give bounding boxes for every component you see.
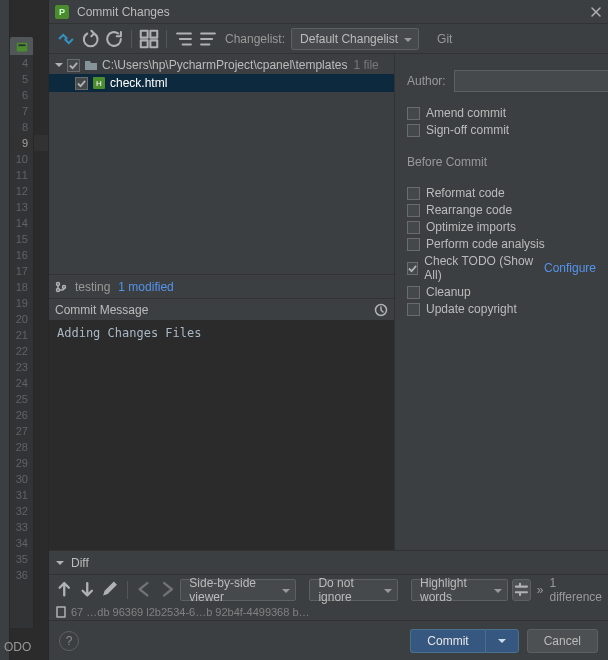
modified-link[interactable]: 1 modified [118,280,173,294]
diff-header[interactable]: Diff [49,550,608,574]
help-button[interactable]: ? [59,631,79,651]
rearrange-checkbox[interactable] [407,204,420,217]
tree-root-label: C:\Users\hp\PycharmProject\cpanel\templa… [102,58,347,72]
edit-icon[interactable] [100,579,119,601]
chevron-down-icon [55,558,65,568]
project-tool-tab[interactable] [10,37,33,57]
close-button[interactable] [590,6,602,18]
line-number: 25 [10,391,33,407]
amend-checkbox[interactable] [407,107,420,120]
line-number: 29 [10,455,33,471]
history-icon[interactable] [374,303,388,317]
changelist-select[interactable]: Default Changelist [291,28,419,50]
app-icon: P [55,5,69,19]
line-number: 36 [10,567,33,583]
changelist-label: Changelist: [225,32,285,46]
group-icon[interactable] [138,28,160,50]
line-number: 24 [10,375,33,391]
highlight-select[interactable]: Highlight words [411,579,508,601]
next-file-icon[interactable] [158,579,177,601]
chevron-down-icon[interactable] [53,59,65,71]
svg-rect-1 [18,44,25,46]
diff-toolbar: Side-by-side viewer Do not ignore Highli… [49,574,608,604]
author-input[interactable] [454,70,608,92]
refresh-icon[interactable] [55,28,77,50]
line-number: 13 [10,199,33,215]
line-number: 7 [10,103,33,119]
line-number: 15 [10,231,33,247]
commit-toolbar: Changelist: Default Changelist Git [49,24,608,54]
file-checkbox[interactable] [75,77,88,90]
signoff-checkbox[interactable] [407,124,420,137]
options-panel: Author: Amend commit Sign-off commit Bef… [395,54,608,550]
line-number: 17 [10,263,33,279]
line-number: 23 [10,359,33,375]
line-number: 31 [10,487,33,503]
line-number: 14 [10,215,33,231]
copyright-checkbox[interactable] [407,303,420,316]
line-number: 26 [10,407,33,423]
line-number: 18 [10,279,33,295]
line-number: 30 [10,471,33,487]
svg-rect-2 [141,30,148,37]
line-number: 9 [10,135,33,151]
line-number: 8 [10,119,33,135]
html-file-icon: H [92,76,106,90]
author-label: Author: [407,74,446,88]
commit-message-header: Commit Message [49,298,394,320]
tree-root-row[interactable]: C:\Users\hp\PycharmProject\cpanel\templa… [49,56,394,74]
configure-link[interactable]: Configure [544,261,596,275]
line-number: 33 [10,519,33,535]
line-number: 16 [10,247,33,263]
cleanup-checkbox[interactable] [407,286,420,299]
signoff-label: Sign-off commit [426,123,509,137]
line-number: 12 [10,183,33,199]
dialog-footer: ? Commit Cancel [49,620,608,660]
line-number: 32 [10,503,33,519]
expand-icon[interactable] [173,28,195,50]
analysis-checkbox[interactable] [407,238,420,251]
svg-rect-5 [150,40,157,47]
todo-checkbox[interactable] [407,262,418,275]
line-number: 10 [10,151,33,167]
svg-rect-3 [150,30,157,37]
commit-button[interactable]: Commit [410,629,484,653]
svg-rect-4 [141,40,148,47]
diff-path: 67 …db 96369 l2b2534-6…b 92b4f-4499368 b… [49,604,608,620]
line-number: 19 [10,295,33,311]
tree-file-row[interactable]: H check.html [49,74,394,92]
ignore-select[interactable]: Do not ignore [309,579,398,601]
commit-message-input[interactable] [49,320,394,550]
svg-rect-12 [57,607,65,617]
reformat-checkbox[interactable] [407,187,420,200]
viewer-select[interactable]: Side-by-side viewer [180,579,296,601]
branch-name: testing [75,280,110,294]
amend-label: Amend commit [426,106,506,120]
commit-dropdown[interactable] [485,629,519,653]
line-number: 34 [10,535,33,551]
vcs-label: Git [437,32,452,46]
folder-icon [84,58,98,72]
tree-file-label: check.html [110,76,167,90]
line-number: 22 [10,343,33,359]
prev-file-icon[interactable] [135,579,154,601]
collapse-icon[interactable] [197,28,219,50]
refresh2-icon[interactable] [103,28,125,50]
todo-panel-label[interactable]: ODO [0,638,35,656]
line-number: 27 [10,423,33,439]
tree-root-suffix: 1 file [353,58,378,72]
prev-diff-icon[interactable] [55,579,74,601]
optimize-checkbox[interactable] [407,221,420,234]
line-number: 5 [10,71,33,87]
line-number: 28 [10,439,33,455]
line-number: 11 [10,167,33,183]
line-number: 20 [10,311,33,327]
changes-tree[interactable]: C:\Users\hp\PycharmProject\cpanel\templa… [49,54,394,274]
root-checkbox[interactable] [67,59,80,72]
editor-gutter: 4567891011121314151617181920212223242526… [10,55,34,628]
collapse-unchanged-icon[interactable] [512,579,531,601]
revert-icon[interactable] [79,28,101,50]
dialog-title: Commit Changes [77,5,170,19]
next-diff-icon[interactable] [78,579,97,601]
cancel-button[interactable]: Cancel [527,629,598,653]
